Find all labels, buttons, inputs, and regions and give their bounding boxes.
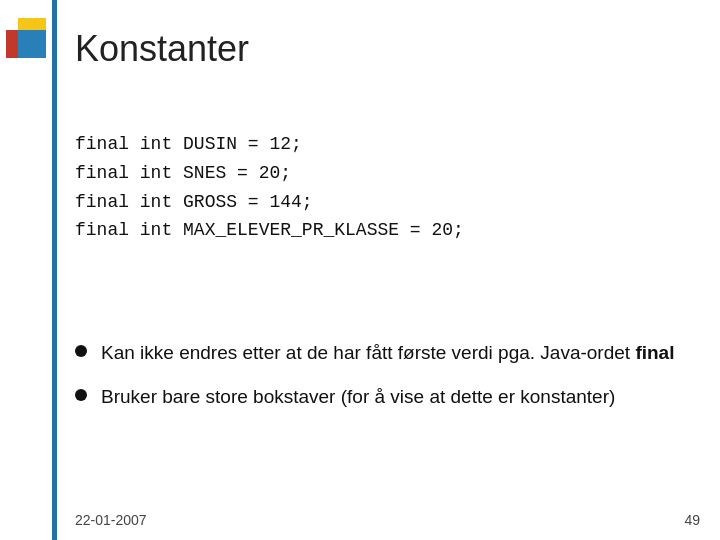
code-line-4: final int MAX_ELEVER_PR_KLASSE = 20; xyxy=(75,216,464,245)
bullet-dot-1 xyxy=(75,345,87,357)
vertical-bar xyxy=(52,0,57,540)
code-final-1: final xyxy=(75,134,140,154)
bullet-text-1: Kan ikke endres etter at de har fått før… xyxy=(101,340,690,366)
code-rest-1: DUSIN = 12; xyxy=(183,134,302,154)
footer-date: 22-01-2007 xyxy=(75,512,147,528)
bullet-dot-2 xyxy=(75,389,87,401)
code-final-3: final xyxy=(75,192,140,212)
corner-decoration xyxy=(0,0,60,80)
code-int-1: int xyxy=(140,134,183,154)
code-rest-2: SNES = 20; xyxy=(183,163,291,183)
footer-page: 49 xyxy=(684,512,700,528)
bullet-item-1: Kan ikke endres etter at de har fått før… xyxy=(75,340,690,366)
code-block: final int DUSIN = 12; final int SNES = 2… xyxy=(75,130,464,245)
bullets-container: Kan ikke endres etter at de har fått før… xyxy=(75,340,690,427)
code-final-4: final xyxy=(75,220,140,240)
code-rest-4: MAX_ELEVER_PR_KLASSE = 20; xyxy=(183,220,464,240)
code-int-2: int xyxy=(140,163,183,183)
code-rest-3: GROSS = 144; xyxy=(183,192,313,212)
code-int-4: int xyxy=(140,220,183,240)
bullet-text-2: Bruker bare store bokstaver (for å vise … xyxy=(101,384,690,410)
code-line-2: final int SNES = 20; xyxy=(75,159,464,188)
blue-square xyxy=(18,30,46,58)
code-line-1: final int DUSIN = 12; xyxy=(75,130,464,159)
code-line-3: final int GROSS = 144; xyxy=(75,188,464,217)
code-int-3: int xyxy=(140,192,183,212)
code-final-2: final xyxy=(75,163,140,183)
bullet-item-2: Bruker bare store bokstaver (for å vise … xyxy=(75,384,690,410)
page-title: Konstanter xyxy=(75,28,249,70)
